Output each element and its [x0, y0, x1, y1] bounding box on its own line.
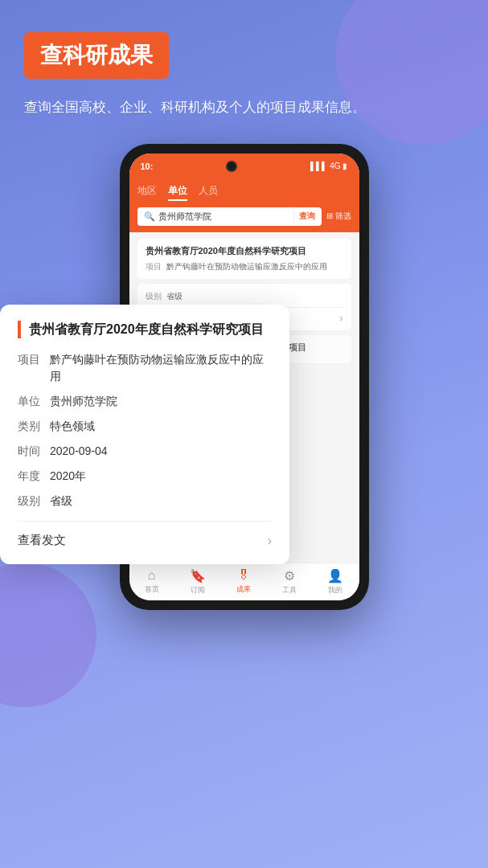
app-header: 地区 单位 人员 🔍 贵州师范学院 查询 ⊞ 筛选	[129, 179, 359, 232]
result-value-1: 黔产钩藤叶在预防动物运输应激反应中的应用	[166, 260, 327, 272]
home-icon: ⌂	[148, 568, 156, 583]
nav-label-subscription: 订阅	[191, 585, 205, 596]
search-button[interactable]: 查询	[293, 211, 315, 222]
popup-link-label: 查看发文	[18, 533, 66, 548]
tab-unit[interactable]: 单位	[168, 182, 187, 201]
page-description: 查询全国高校、企业、科研机构及个人的项目成果信息。	[24, 96, 464, 120]
popup-value-unit: 贵州师范学院	[50, 393, 272, 410]
nav-label-tools: 工具	[282, 585, 297, 596]
status-time: 10:	[141, 162, 154, 171]
popup-divider	[18, 521, 272, 522]
popup-label-category: 类别	[18, 418, 40, 435]
popup-row-level: 级别 省级	[18, 493, 272, 510]
nav-label-profile: 我的	[328, 585, 342, 596]
popup-value-year: 2020年	[50, 468, 272, 485]
popup-label-project: 项目	[18, 351, 40, 385]
nav-label-home: 首页	[145, 584, 159, 595]
popup-row-time: 时间 2020-09-04	[18, 443, 272, 460]
achievement-icon: 🎖	[237, 568, 250, 583]
tab-region[interactable]: 地区	[137, 182, 157, 201]
result-row-1: 项目 黔产钩藤叶在预防动物运输应激反应中的应用	[146, 260, 343, 272]
nav-item-results[interactable]: 🎖 成果	[236, 568, 251, 595]
search-icon: 🔍	[144, 211, 155, 222]
popup-label-unit: 单位	[18, 393, 40, 410]
result-item-1[interactable]: 贵州省教育厅2020年度自然科学研究项目 项目 黔产钩藤叶在预防动物运输应激反应…	[137, 239, 351, 279]
nav-item-subscription[interactable]: 🔖 订阅	[190, 568, 206, 596]
popup-label-time: 时间	[18, 443, 40, 460]
camera-notch	[226, 161, 237, 172]
profile-icon: 👤	[327, 568, 343, 583]
nav-item-tools[interactable]: ⚙ 工具	[282, 568, 297, 596]
result-level-value: 省级	[166, 290, 182, 302]
nav-label-results: 成果	[236, 584, 251, 595]
popup-link-row[interactable]: 查看发文 ›	[18, 533, 272, 548]
phone-mockup-wrapper: 贵州省教育厅2020年度自然科学研究项目 项目 黔产钩藤叶在预防动物运输应激反应…	[24, 144, 464, 610]
nav-item-home[interactable]: ⌂ 首页	[145, 568, 159, 595]
battery-icon: ▮	[342, 162, 347, 170]
tab-person[interactable]: 人员	[199, 182, 218, 201]
popup-label-year: 年度	[18, 468, 40, 485]
nav-item-profile[interactable]: 👤 我的	[327, 568, 343, 596]
filter-icon: ⊞	[326, 211, 335, 220]
bookmark-icon: 🔖	[190, 568, 206, 583]
popup-value-time: 2020-09-04	[50, 443, 272, 460]
popup-value-level: 省级	[50, 493, 272, 510]
popup-row-category: 类别 特色领域	[18, 418, 272, 435]
bottom-nav: ⌂ 首页 🔖 订阅 🎖 成果 ⚙ 工具	[129, 563, 359, 600]
phone-notch: 10: ▌▌▌ 4G ▮	[129, 154, 359, 179]
popup-row-project: 项目 黔产钩藤叶在预防动物运输应激反应中的应用	[18, 351, 272, 385]
result-label-1: 项目	[146, 260, 162, 272]
tools-icon: ⚙	[284, 568, 295, 583]
popup-row-year: 年度 2020年	[18, 468, 272, 485]
page-title: 查科研成果	[24, 32, 169, 79]
popup-label-level: 级别	[18, 493, 40, 510]
result-level-label: 级别	[146, 290, 162, 302]
signal-bars-icon: ▌▌▌	[310, 162, 327, 170]
popup-title: 贵州省教育厅2020年度自然科学研究项目	[18, 321, 272, 338]
search-input[interactable]: 贵州师范学院	[158, 211, 290, 223]
popup-card: 贵州省教育厅2020年度自然科学研究项目 项目 黔产钩藤叶在预防动物运输应激反应…	[0, 305, 289, 564]
status-signal: ▌▌▌ 4G ▮	[310, 162, 348, 170]
popup-row-unit: 单位 贵州师范学院	[18, 393, 272, 410]
chevron-right-icon: ›	[268, 534, 272, 548]
search-bar[interactable]: 🔍 贵州师范学院 查询	[137, 207, 322, 226]
app-tabs: 地区 单位 人员	[137, 182, 351, 201]
bottom-chevron-icon: ›	[339, 312, 342, 324]
result-title-1: 贵州省教育厅2020年度自然科学研究项目	[146, 245, 343, 257]
result-level-row: 级别 省级	[146, 290, 343, 302]
popup-value-project: 黔产钩藤叶在预防动物运输应激反应中的应用	[50, 351, 272, 385]
popup-value-category: 特色领域	[50, 418, 272, 435]
filter-button[interactable]: ⊞ 筛选	[326, 211, 351, 222]
